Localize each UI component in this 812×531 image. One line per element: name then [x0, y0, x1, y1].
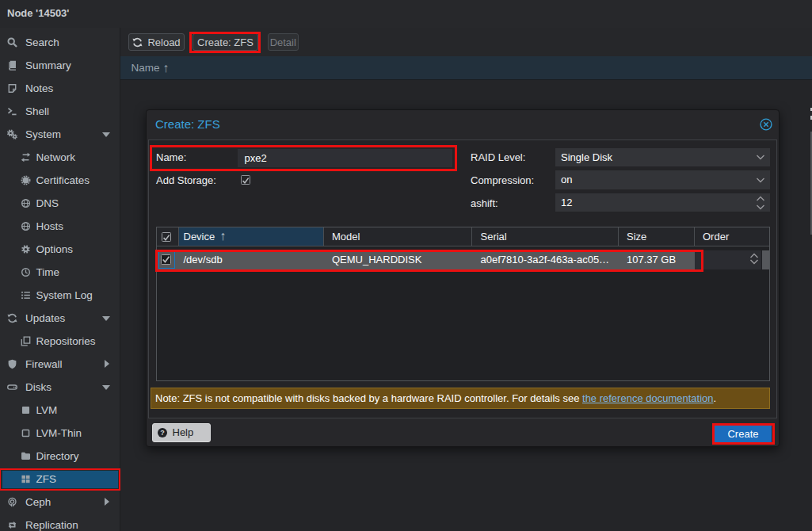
svg-text:?: ?: [160, 429, 165, 437]
